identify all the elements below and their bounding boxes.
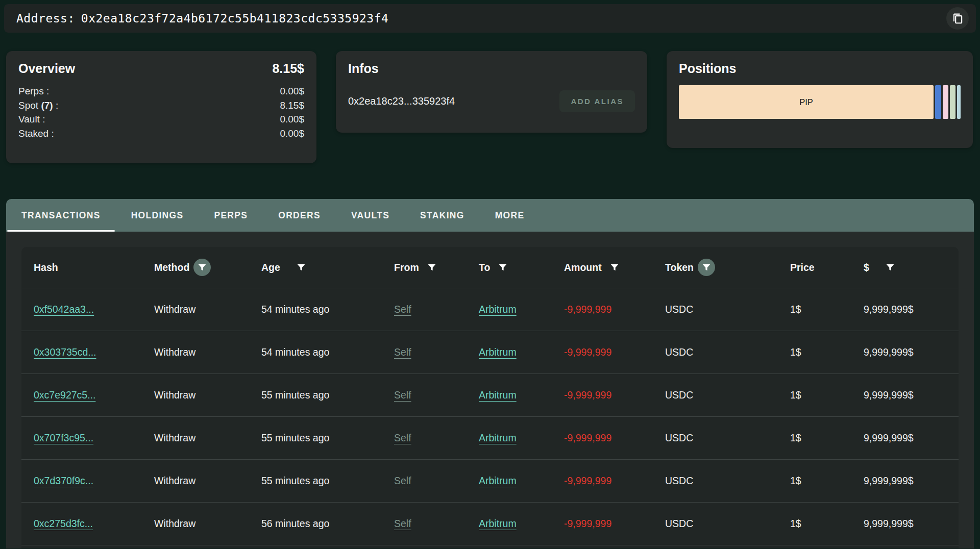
tab-item[interactable]: TRANSACTIONS <box>6 199 116 232</box>
position-segment-segment-3[interactable] <box>943 85 948 119</box>
col-amount: Amount <box>564 259 665 276</box>
age-cell: 54 minutes ago <box>261 346 394 358</box>
method-cell: Withdraw <box>154 475 261 487</box>
overview-rows: Perps : 0.00$ Spot (7) : 8.15$ Vault : 0… <box>18 84 304 140</box>
from-link[interactable]: Self <box>394 389 411 401</box>
overview-row-label: Perps : <box>18 84 49 98</box>
hash-link[interactable]: 0xf5042aa3... <box>34 304 94 315</box>
amount-cell: -9,999,999 <box>564 432 665 444</box>
overview-row-value: 8.15$ <box>280 98 304 113</box>
overview-row-value: 0.00$ <box>280 84 304 98</box>
overview-card: Overview 8.15$ Perps : 0.00$ Spot (7) : … <box>6 51 316 163</box>
summary-cards: Overview 8.15$ Perps : 0.00$ Spot (7) : … <box>6 51 974 163</box>
method-cell: Withdraw <box>154 346 261 358</box>
from-link[interactable]: Self <box>394 304 411 315</box>
tab-item[interactable]: PERPS <box>199 199 263 232</box>
copy-address-button[interactable] <box>946 7 969 30</box>
tab-item[interactable]: MORE <box>480 199 540 232</box>
filter-icon-usd[interactable] <box>881 259 899 276</box>
table-body: 0xf5042aa3... Withdraw 54 minutes ago Se… <box>21 288 959 545</box>
amount-cell: -9,999,999 <box>564 389 665 401</box>
overview-row-label: Spot (7) : <box>18 98 58 113</box>
price-cell: 1$ <box>790 389 864 401</box>
hash-link[interactable]: 0x303735cd... <box>34 346 96 358</box>
position-segment-segment-2[interactable] <box>935 85 941 119</box>
filter-icon-to[interactable] <box>494 259 511 276</box>
price-cell: 1$ <box>790 518 864 530</box>
table-row: 0xf5042aa3... Withdraw 54 minutes ago Se… <box>21 288 959 331</box>
amount-cell: -9,999,999 <box>564 304 665 315</box>
col-token: Token <box>665 259 790 276</box>
positions-card: Positions PIP <box>667 51 973 148</box>
infos-card: Infos 0x2ea18c23...335923f4 ADD ALIAS <box>336 51 647 133</box>
positions-bar: PIP <box>679 85 961 119</box>
to-link[interactable]: Arbitrum <box>479 389 517 401</box>
tab-item[interactable]: VAULTS <box>336 199 405 232</box>
filter-icon-method[interactable] <box>193 259 211 276</box>
overview-row: Vault : 0.00$ <box>18 112 304 127</box>
table-row: 0xc275d3fc... Withdraw 56 minutes ago Se… <box>21 502 959 545</box>
usd-cell: 9,999,999$ <box>864 518 946 530</box>
filter-icon-from[interactable] <box>423 259 440 276</box>
token-cell: USDC <box>665 518 790 530</box>
price-cell: 1$ <box>790 346 864 358</box>
usd-cell: 9,999,999$ <box>864 346 946 358</box>
col-price: Price <box>790 262 864 273</box>
hash-link[interactable]: 0xc275d3fc... <box>34 518 93 529</box>
token-cell: USDC <box>665 304 790 315</box>
position-segment-pip[interactable]: PIP <box>679 85 934 119</box>
tab-item[interactable]: HOLDINGS <box>116 199 199 232</box>
overview-row-value: 0.00$ <box>280 112 304 127</box>
positions-title: Positions <box>679 61 961 76</box>
price-cell: 1$ <box>790 304 864 315</box>
position-segment-segment-4[interactable] <box>950 85 955 119</box>
age-cell: 54 minutes ago <box>261 304 394 315</box>
usd-cell: 9,999,999$ <box>864 475 946 487</box>
overview-row-label: Staked : <box>18 127 54 141</box>
to-link[interactable]: Arbitrum <box>479 518 517 529</box>
tab-item[interactable]: STAKING <box>405 199 480 232</box>
from-link[interactable]: Self <box>394 432 411 443</box>
age-cell: 55 minutes ago <box>261 389 394 401</box>
method-cell: Withdraw <box>154 518 261 530</box>
usd-cell: 9,999,999$ <box>864 304 946 315</box>
from-link[interactable]: Self <box>394 518 411 529</box>
price-cell: 1$ <box>790 432 864 444</box>
add-alias-button[interactable]: ADD ALIAS <box>559 90 635 112</box>
col-hash: Hash <box>34 262 154 273</box>
to-link[interactable]: Arbitrum <box>479 432 517 443</box>
transactions-table: Hash Method Age From To Amount Token Pri… <box>21 247 959 548</box>
col-from: From <box>394 259 479 276</box>
col-method: Method <box>154 259 261 276</box>
method-cell: Withdraw <box>154 304 261 315</box>
price-cell: 1$ <box>790 475 864 487</box>
content-panel: Hash Method Age From To Amount Token Pri… <box>6 232 974 548</box>
hash-link[interactable]: 0x707f3c95... <box>34 432 93 443</box>
tab-item[interactable]: ORDERS <box>263 199 336 232</box>
overview-row-value: 0.00$ <box>280 127 304 141</box>
tab-bar: TRANSACTIONS HOLDINGS PERPS ORDERS VAULT… <box>6 199 974 232</box>
age-cell: 55 minutes ago <box>261 432 394 444</box>
position-segment-segment-5[interactable] <box>957 85 961 119</box>
filter-icon-amount[interactable] <box>606 259 623 276</box>
table-header: Hash Method Age From To Amount Token Pri… <box>21 247 959 288</box>
to-link[interactable]: Arbitrum <box>479 475 517 486</box>
filter-icon-token[interactable] <box>698 259 715 276</box>
from-link[interactable]: Self <box>394 346 411 358</box>
table-row: 0xc7e927c5... Withdraw 55 minutes ago Se… <box>21 373 959 416</box>
table-row: 0x707f3c95... Withdraw 55 minutes ago Se… <box>21 416 959 459</box>
hash-link[interactable]: 0x7d370f9c... <box>34 475 93 486</box>
copy-icon <box>951 12 964 25</box>
token-cell: USDC <box>665 475 790 487</box>
filter-icon-age[interactable] <box>292 259 310 276</box>
to-link[interactable]: Arbitrum <box>479 346 517 358</box>
hash-link[interactable]: 0xc7e927c5... <box>34 389 95 401</box>
infos-address: 0x2ea18c23...335923f4 <box>348 95 455 107</box>
usd-cell: 9,999,999$ <box>864 389 946 401</box>
method-cell: Withdraw <box>154 432 261 444</box>
token-cell: USDC <box>665 432 790 444</box>
table-row: 0x7d370f9c... Withdraw 55 minutes ago Se… <box>21 459 959 502</box>
from-link[interactable]: Self <box>394 475 411 486</box>
to-link[interactable]: Arbitrum <box>479 304 517 315</box>
token-cell: USDC <box>665 389 790 401</box>
